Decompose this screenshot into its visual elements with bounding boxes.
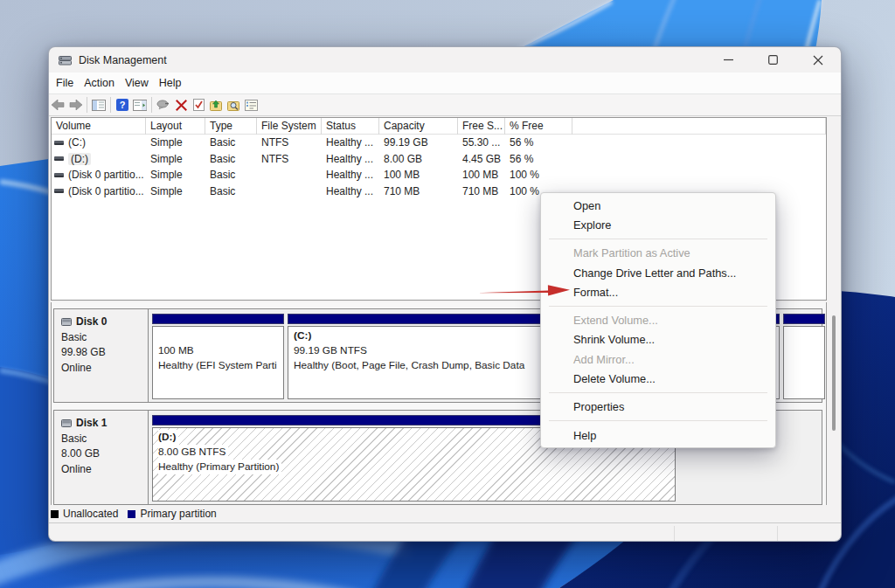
col-filler [572,118,826,135]
menu-action[interactable]: Action [79,74,120,92]
menu-file[interactable]: File [51,74,79,92]
menu-view[interactable]: View [120,74,154,92]
partition-color-bar [783,314,825,324]
menu-separator [541,417,775,425]
desktop: Disk Management File Action View Help ? [0,0,895,588]
primary-partition-swatch [128,510,135,518]
announce-icon[interactable] [155,97,172,113]
check-page-icon[interactable] [190,97,207,113]
col-layout[interactable]: Layout [146,118,205,135]
col-pct-free[interactable]: % Free [505,118,572,135]
menu-help[interactable]: Help [154,74,187,92]
disk-1-header[interactable]: Disk 1 Basic 8.00 GB Online [54,411,149,504]
disk-0-header[interactable]: Disk 0 Basic 99.98 GB Online [54,309,149,402]
menu-separator [541,235,775,244]
close-button[interactable] [795,47,840,73]
menu-item-help[interactable]: Help [541,425,775,445]
col-capacity[interactable]: Capacity [379,118,458,135]
help-icon[interactable]: ? [114,97,131,113]
context-menu: Open Explore Mark Partition as Active Ch… [540,192,776,448]
find-icon[interactable] [225,97,242,113]
menu-item-delete-volume[interactable]: Delete Volume... [541,369,775,388]
menu-item-extend-volume: Extend Volume... [541,310,775,329]
disk-icon [61,419,72,427]
volume-row-c[interactable]: (C:) Simple Basic NTFS Healthy ... 99.19… [52,135,826,151]
status-bar [49,522,841,542]
window-title: Disk Management [79,54,167,66]
volume-table-header: Volume Layout Type File System Status Ca… [52,118,826,135]
partition-recovery[interactable] [783,314,825,399]
vertical-scrollbar-thumb[interactable] [832,315,836,431]
volume-icon [54,173,64,177]
disk-management-app-icon [59,55,72,66]
console-tree-icon[interactable] [90,97,108,113]
forward-icon[interactable] [66,97,84,113]
partition-color-bar [152,314,284,324]
menu-item-format[interactable]: Format... [541,282,775,301]
col-free-space[interactable]: Free S... [458,118,505,135]
title-bar[interactable]: Disk Management [49,47,841,73]
partition-efi[interactable]: 100 MB Healthy (EFI System Parti [152,314,284,399]
format-pointer-arrow [475,281,572,301]
legend: Unallocated Primary partition [51,505,827,522]
legend-primary-partition: Primary partition [140,508,216,520]
menu-item-shrink-volume[interactable]: Shrink Volume... [541,330,775,349]
col-volume[interactable]: Volume [52,118,146,135]
disk-icon [61,318,72,326]
volume-icon [54,189,64,193]
action-pane-icon[interactable] [131,97,149,113]
back-icon[interactable] [49,97,66,113]
col-file-system[interactable]: File System [257,118,322,135]
volume-icon [54,156,64,161]
export-icon[interactable] [207,97,225,113]
menu-bar: File Action View Help [49,73,841,93]
legend-unallocated: Unallocated [63,508,118,520]
menu-item-properties[interactable]: Properties [541,398,775,417]
delete-volume-icon[interactable] [172,97,190,113]
minimize-button[interactable] [706,47,751,73]
menu-separator [541,389,775,398]
menu-item-explore[interactable]: Explore [541,215,775,234]
col-status[interactable]: Status [322,118,379,135]
properties-form-icon[interactable] [242,97,260,113]
toolbar: ? [49,93,841,116]
maximize-button[interactable] [751,47,795,73]
volume-icon [54,141,64,145]
volume-row-d[interactable]: (D:) Simple Basic NTFS Healthy ... 8.00 … [52,151,826,168]
menu-item-mark-partition-active: Mark Partition as Active [541,244,775,263]
volume-row-efi[interactable]: (Disk 0 partitio... Simple Basic Healthy… [52,167,826,183]
menu-item-change-drive-letter[interactable]: Change Drive Letter and Paths... [541,263,775,282]
menu-separator [541,301,775,310]
col-type[interactable]: Type [205,118,257,135]
unallocated-swatch [51,510,59,518]
menu-item-open[interactable]: Open [541,196,775,215]
svg-text:?: ? [120,100,126,110]
menu-item-add-mirror: Add Mirror... [541,349,775,369]
